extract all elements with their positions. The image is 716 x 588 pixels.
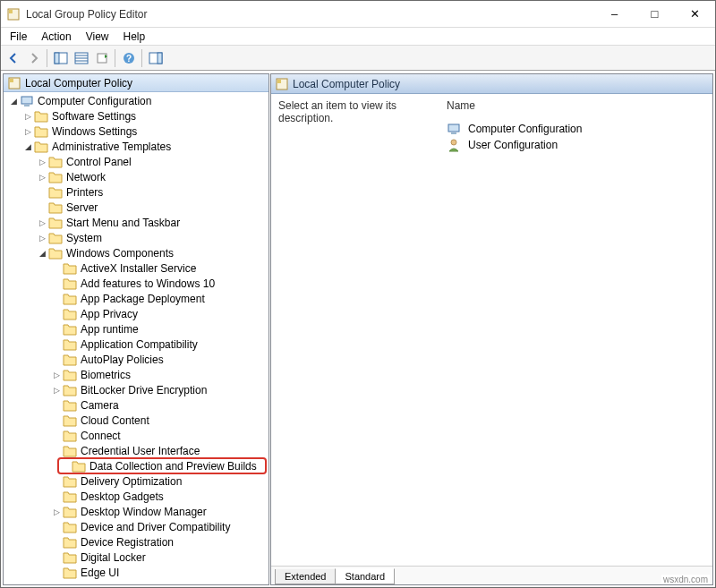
folder-icon [63, 490, 77, 504]
help-button[interactable]: ? [118, 48, 139, 68]
back-button[interactable] [3, 48, 23, 68]
watermark: wsxdn.com [661, 575, 710, 584]
list-item-label: User Configuration [468, 139, 558, 151]
chevron-down-icon[interactable]: ◢ [7, 97, 20, 106]
toggle-tree-button[interactable] [50, 48, 71, 68]
folder-icon [63, 277, 77, 291]
folder-icon [63, 322, 77, 337]
chevron-right-icon[interactable]: ▷ [36, 173, 48, 182]
tree-item-label: Server [66, 201, 98, 214]
list-item[interactable]: User Configuration [447, 137, 712, 153]
tree-item-label: Start Menu and Taskbar [66, 217, 180, 229]
tree-item[interactable]: ▷BitLocker Drive Encryption [4, 382, 268, 397]
close-button[interactable]: ✕ [675, 1, 715, 27]
computer-icon [20, 94, 34, 108]
tree-item[interactable]: AutoPlay Policies [4, 352, 268, 367]
tree-item-label: Windows Components [66, 247, 174, 260]
tree-item[interactable]: Server [4, 200, 268, 215]
tree-item-highlighted[interactable]: Data Collection and Preview Builds [57, 457, 267, 474]
tree-item[interactable]: Cloud Content [4, 413, 268, 428]
tree-item[interactable]: ◢Administrative Templates [4, 139, 268, 154]
computer-icon [447, 122, 461, 136]
folder-icon [63, 550, 77, 565]
tree-item-label: BitLocker Drive Encryption [81, 384, 207, 396]
svg-rect-16 [24, 105, 30, 107]
tree-item-label: Add features to Windows 10 [81, 277, 215, 290]
tree-item[interactable]: Device and Driver Compatibility [4, 519, 268, 534]
chevron-down-icon[interactable]: ◢ [21, 142, 34, 151]
tree-item-label: Network [66, 171, 106, 183]
tab-extended[interactable]: Extended [275, 569, 336, 584]
forward-button[interactable] [23, 48, 44, 68]
list-header-name[interactable]: Name [447, 99, 712, 121]
tree-item[interactable]: ▷Desktop Window Manager [4, 504, 268, 519]
tree-item[interactable]: ◢Windows Components [4, 245, 268, 260]
tree-root-label: Local Computer Policy [25, 77, 132, 89]
tree-item[interactable]: ▷Start Menu and Taskbar [4, 215, 268, 230]
preview-tabs: Extended Standard [271, 566, 712, 584]
toggle-actionpane-button[interactable] [145, 48, 166, 68]
tree-item-label: Biometrics [81, 369, 131, 381]
svg-point-21 [451, 140, 456, 145]
refresh-button[interactable] [91, 48, 112, 68]
maximize-button[interactable]: □ [635, 1, 675, 27]
minimize-button[interactable]: – [594, 1, 635, 27]
chevron-right-icon[interactable]: ▷ [36, 218, 48, 227]
tree-item[interactable]: ▷Biometrics [4, 367, 268, 382]
tree-item[interactable]: Add features to Windows 10 [4, 276, 268, 291]
tree-item[interactable]: ▷Windows Settings [4, 124, 268, 139]
export-button[interactable] [71, 48, 91, 68]
chevron-right-icon[interactable]: ▷ [21, 127, 34, 136]
tree-item[interactable]: ▷System [4, 230, 268, 245]
menu-view[interactable]: View [79, 29, 116, 45]
tree-item[interactable]: Printers [4, 184, 268, 200]
chevron-down-icon[interactable]: ◢ [36, 249, 48, 258]
menu-action[interactable]: Action [34, 29, 78, 45]
folder-icon [63, 383, 77, 397]
folder-icon [48, 216, 63, 230]
tree-item[interactable]: ▷Network [4, 169, 268, 184]
preview-pane: Local Computer Policy Select an item to … [270, 73, 713, 585]
menu-help[interactable]: Help [116, 29, 153, 45]
folder-icon [48, 246, 63, 260]
tree-item-label: ActiveX Installer Service [81, 262, 196, 275]
app-window: Local Group Policy Editor – □ ✕ File Act… [0, 0, 716, 588]
tree-item-label: Credential User Interface [81, 445, 200, 457]
tree-item[interactable]: Edge UI [4, 565, 268, 580]
tree-root: ◢Computer Configuration▷Software Setting… [4, 92, 268, 581]
folder-icon [63, 353, 77, 367]
tree-item[interactable]: ▷Software Settings [4, 108, 268, 124]
tree-item[interactable]: App Privacy [4, 306, 268, 321]
preview-description: Select an item to view its description. [271, 94, 447, 566]
tree-item[interactable]: ▷Control Panel [4, 154, 268, 169]
tree-selected-root[interactable]: Local Computer Policy [4, 74, 268, 92]
tree-item[interactable]: App Package Deployment [4, 291, 268, 306]
tree-item-label: App Privacy [81, 308, 138, 320]
tree-item[interactable]: ActiveX Installer Service [4, 260, 268, 276]
tree-item[interactable]: App runtime [4, 321, 268, 337]
chevron-right-icon[interactable]: ▷ [50, 371, 63, 379]
tree-item-label: AutoPlay Policies [81, 354, 164, 366]
tree-item[interactable]: Device Registration [4, 534, 268, 550]
tree-item[interactable]: Digital Locker [4, 550, 268, 565]
tree-item[interactable]: ◢Computer Configuration [4, 93, 268, 108]
tree-item[interactable]: Application Compatibility [4, 337, 268, 352]
svg-rect-14 [10, 79, 13, 82]
tree-item[interactable]: Desktop Gadgets [4, 489, 268, 504]
chevron-right-icon[interactable]: ▷ [36, 158, 48, 166]
chevron-right-icon[interactable]: ▷ [36, 234, 48, 243]
chevron-right-icon[interactable]: ▷ [50, 386, 63, 395]
tab-standard[interactable]: Standard [335, 568, 395, 584]
folder-icon [63, 520, 77, 534]
tree-item[interactable]: Camera [4, 397, 268, 413]
chevron-right-icon[interactable]: ▷ [50, 507, 63, 516]
tree-item-label: Application Compatibility [81, 338, 198, 351]
tree-item-label: Windows Settings [52, 125, 137, 138]
tree-pane[interactable]: Local Computer Policy ◢Computer Configur… [3, 73, 269, 585]
tree-item[interactable]: Delivery Optimization [4, 473, 268, 489]
menu-file[interactable]: File [3, 29, 34, 45]
list-item[interactable]: Computer Configuration [447, 121, 712, 137]
tree-item[interactable]: Credential User Interface [4, 443, 268, 458]
tree-item[interactable]: Connect [4, 428, 268, 443]
chevron-right-icon[interactable]: ▷ [21, 112, 34, 121]
